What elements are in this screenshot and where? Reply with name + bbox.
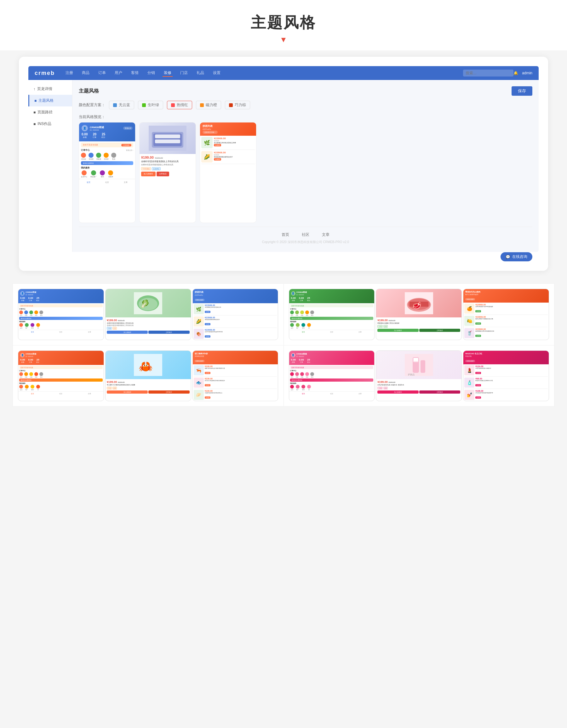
admin-nav-item-users[interactable]: 用户 bbox=[113, 70, 123, 77]
pink-product-img: 护肤品 bbox=[376, 351, 462, 379]
pink-svc-2: 推广 bbox=[296, 385, 300, 390]
admin-nav-item-gifts[interactable]: 礼品 bbox=[195, 70, 205, 77]
orange-nav-home[interactable]: 首页 bbox=[31, 393, 34, 395]
admin-nav-item-settings[interactable]: 设置 bbox=[212, 70, 222, 77]
theme-chip-brown[interactable]: 巧力棕 bbox=[225, 101, 250, 109]
og-btn-3[interactable]: 去拼团 bbox=[205, 396, 210, 399]
theme-chip-blue[interactable]: 无云蓝 bbox=[109, 101, 134, 109]
bg-btn-2[interactable]: 去拼团 bbox=[205, 323, 210, 325]
orange-nav-community[interactable]: 社区 bbox=[59, 393, 62, 395]
green-group-banner: 零添加毛毛山猪肉 bbox=[465, 291, 547, 293]
blue-nav-article[interactable]: 文章 bbox=[88, 331, 91, 333]
green-buy-now[interactable]: 立即购买 bbox=[419, 329, 460, 332]
theme-chip-orange[interactable]: 磁力橙 bbox=[196, 101, 221, 109]
orange-add-cart[interactable]: 加入购物车 bbox=[107, 390, 148, 394]
nav-community[interactable]: 社区 bbox=[105, 181, 109, 184]
blue-add-cart[interactable]: 加入购物车 bbox=[107, 331, 148, 334]
green-group-header: 零添加毛毛山猪肉 称斤口味辣50减15 5000人在拼 bbox=[463, 289, 549, 303]
admin-nav-item-store[interactable]: 门店 bbox=[179, 70, 189, 77]
green-nav-article[interactable]: 文章 bbox=[359, 331, 362, 333]
buy-now-btn[interactable]: 立即购买 bbox=[156, 172, 169, 176]
nav-article[interactable]: 文章 bbox=[124, 181, 127, 184]
group-subtitle: 品质Healthy bbox=[202, 128, 253, 130]
admin-nav-item-home[interactable]: 注册 bbox=[64, 70, 74, 77]
gg-btn-1[interactable]: 去拼团 bbox=[475, 310, 481, 312]
bg-btn-1[interactable]: 去拼团 bbox=[205, 311, 210, 313]
blue-group-item-2: 🌽 ¥23908.00 有机蔬菜菜粮农家组合的斤 去拼团 bbox=[194, 316, 277, 328]
pink-add-cart[interactable]: 加入购物车 bbox=[377, 390, 418, 394]
admin-nav-item-customer[interactable]: 客情 bbox=[130, 70, 140, 77]
pg-btn-1[interactable]: 去拼团 bbox=[475, 372, 481, 374]
gg-btn-3[interactable]: 去拼团 bbox=[475, 335, 481, 337]
admin-nav-item-decoration[interactable]: 装修 bbox=[162, 70, 173, 77]
theme-chip-green[interactable]: 生叶绿 bbox=[138, 101, 163, 109]
blue-gitem-info-3: ¥23908.00 法式牛骨肉直排500g鲜羊草羊排 去拼团 bbox=[205, 329, 277, 339]
pink-product-btns: 加入购物车 立即购买 bbox=[377, 390, 460, 394]
blue-product-price: ¥199.00 ¥100.00 bbox=[107, 319, 190, 322]
orange-buy-now[interactable]: 立即购买 bbox=[148, 390, 189, 394]
bg-btn-3[interactable]: 去拼团 bbox=[205, 335, 210, 338]
admin-nav-item-orders[interactable]: 订单 bbox=[97, 70, 107, 77]
theme-name-red: 热情红 bbox=[177, 102, 188, 108]
sidebar-item-ins[interactable]: ■ INS作品 bbox=[28, 118, 72, 130]
gg-btn-2[interactable]: 去拼团 bbox=[475, 322, 481, 325]
order-icon-pending: 待付款 bbox=[81, 153, 86, 160]
group-btn-1[interactable]: 去拼团 bbox=[214, 144, 221, 146]
green-icon-3: 待收 bbox=[300, 310, 304, 316]
green-product-btns: 加入购物车 立即购买 bbox=[377, 329, 460, 332]
main-preview-card: crmeb 注册 商品 订单 用户 客情 分销 装修 门店 礼品 设置 🔔 ad… bbox=[19, 57, 548, 271]
blue-buy-now[interactable]: 立即购买 bbox=[148, 331, 189, 334]
blue-icon-1: 待付 bbox=[19, 310, 23, 316]
blue-nav-community[interactable]: 社区 bbox=[59, 331, 62, 333]
admin-nav-item-products[interactable]: 商品 bbox=[81, 70, 91, 77]
green-add-cart[interactable]: 加入购物车 bbox=[377, 329, 418, 332]
og-btn-1[interactable]: 去拼团 bbox=[205, 372, 210, 374]
green-gimg-3: 🥤 bbox=[464, 328, 474, 338]
pg-btn-3[interactable]: 去拼团 bbox=[475, 396, 481, 399]
orange-nav-article[interactable]: 文章 bbox=[88, 393, 91, 395]
sidebar-item-path[interactable]: ■ 页面路径 bbox=[28, 106, 72, 118]
sidebar-item-theme[interactable]: ■ 主题风格 bbox=[28, 95, 72, 106]
pink-order-title: 订单中心 bbox=[290, 370, 374, 372]
pink-nav-home[interactable]: 首页 bbox=[302, 393, 305, 395]
add-cart-btn[interactable]: 加入购物车 bbox=[141, 172, 156, 176]
orange-product-price: ¥199.00 ¥100.00 bbox=[107, 380, 190, 384]
group-btn-2[interactable]: 去拼团 bbox=[214, 158, 221, 161]
green-gimg-1: 🍊 bbox=[464, 304, 474, 314]
admin-notification-icon[interactable]: 🔔 bbox=[513, 71, 518, 75]
green-group-badge: 5000人在拼 bbox=[465, 298, 475, 300]
bg-price-2: ¥23908.00 bbox=[205, 316, 277, 319]
orange-group-header: 进口海鲜2件8折 深海精品现货 1000人在拼 bbox=[193, 351, 278, 364]
consult-icon: 💬 bbox=[506, 255, 510, 259]
orange-product-title: 帝王蟹4.0-2.8鲜利差寒鲜味活精大火锅餐 bbox=[107, 384, 190, 386]
online-consult-btn[interactable]: 💬 在线咨询 bbox=[501, 252, 532, 261]
orange-services: 我的服务 bbox=[19, 382, 103, 384]
group-item-price-2: ¥23908.00 bbox=[214, 151, 255, 154]
blue-nav-home[interactable]: 首页 bbox=[31, 331, 34, 333]
orange-ginfo-2: ¥238.00 四大深八虾盐量粒豆鸡鱼在滩清远冷 去拼团 bbox=[205, 378, 277, 388]
pink-header: 👤 CRMEB商城 ID: 666666 0.00余额 0.00订单 25积分 bbox=[289, 351, 375, 365]
sidebar-item-page[interactable]: ↑ 页龙详情 bbox=[28, 83, 72, 95]
theme-dot-blue bbox=[113, 103, 117, 107]
pink-nav-article[interactable]: 文章 bbox=[359, 393, 362, 395]
order-header: 订单中心 查看全部 › bbox=[81, 149, 133, 152]
pg-btn-2[interactable]: 去拼团 bbox=[475, 384, 481, 386]
blue-coupon: 您有可享多张优惠 bbox=[19, 304, 103, 307]
green-nav-community[interactable]: 社区 bbox=[330, 331, 333, 333]
green-nav-home[interactable]: 首页 bbox=[302, 331, 305, 333]
save-button[interactable]: 保存 bbox=[512, 86, 532, 96]
theme-chip-red[interactable]: 热情红 bbox=[167, 101, 192, 109]
pink-buy-now[interactable]: 立即购买 bbox=[419, 390, 460, 394]
admin-search-input[interactable] bbox=[463, 70, 513, 77]
level-badge: 普通会员 bbox=[123, 127, 133, 130]
blue-order-center: 订单中心 bbox=[19, 308, 103, 310]
admin-nav-item-distribution[interactable]: 分销 bbox=[146, 70, 156, 77]
green-balance: 0.00余额 bbox=[291, 297, 296, 301]
orange-friend-bonus: 邀请好友赠佣金 bbox=[19, 378, 103, 382]
group-item-title-2: 有机蔬菜菜粮农家组合的斤 bbox=[214, 156, 255, 158]
blue-gitem-img-1: 🌿 bbox=[194, 304, 204, 314]
green-svc-1: 会员 bbox=[290, 323, 294, 329]
og-btn-2[interactable]: 去拼团 bbox=[205, 384, 210, 386]
nav-home[interactable]: 首页 bbox=[87, 181, 90, 184]
pink-nav-community[interactable]: 社区 bbox=[330, 393, 333, 395]
